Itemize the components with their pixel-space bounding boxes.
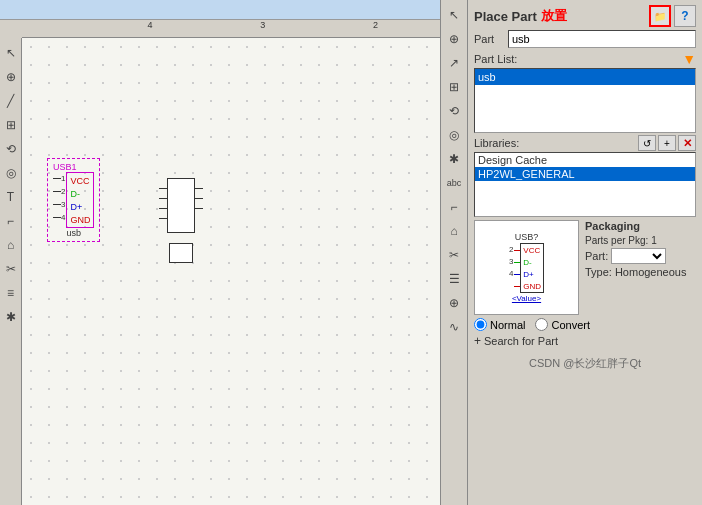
toolbar-bus-icon[interactable]: ⊞ <box>0 114 22 136</box>
preview-usb-name: USB? <box>515 232 539 242</box>
mid-zoom-icon[interactable]: ⊕ <box>443 292 465 314</box>
pin-line-1 <box>53 172 61 185</box>
radio-normal[interactable] <box>474 318 487 331</box>
part-num-select[interactable] <box>611 248 666 264</box>
mid-scissors-icon[interactable]: ✂ <box>443 244 465 266</box>
parts-per-pkg-label: Parts per Pkg: <box>585 235 648 246</box>
part-input[interactable] <box>508 30 696 48</box>
libraries-label: Libraries: <box>474 137 519 149</box>
preview-dm: D- <box>523 256 541 268</box>
ic-component[interactable] <box>167 178 195 233</box>
pin-line-4 <box>53 211 61 224</box>
filter-icon[interactable]: ▼ <box>682 51 696 67</box>
radio-normal-label[interactable]: Normal <box>474 318 525 331</box>
toolbar-corner-icon[interactable]: ⌐ <box>0 210 22 232</box>
usb1-pin-lines-left <box>53 172 61 224</box>
toolbar-wire-icon[interactable]: ╱ <box>0 90 22 112</box>
part-field-row: Part <box>468 30 702 51</box>
preview-pin-nums: 2 3 4 ​ <box>509 243 513 293</box>
toolbar-lines-icon[interactable]: ≡ <box>0 282 22 304</box>
preview-vcc: VCC <box>523 244 541 256</box>
parts-per-pkg-row: Parts per Pkg: 1 <box>585 235 696 246</box>
mid-part-icon[interactable]: ⊕ <box>443 28 465 50</box>
part-num-row: Part: <box>585 248 696 264</box>
part-list-item-usb[interactable]: usb <box>475 69 695 85</box>
ic-pin-right-2 <box>195 198 203 199</box>
add-library-icon[interactable]: 📁 <box>649 5 671 27</box>
part-field-label: Part <box>474 33 504 45</box>
ic-box <box>167 178 195 233</box>
lib-add-icon[interactable]: + <box>658 135 676 151</box>
preview-gnd: GND <box>523 280 541 292</box>
preview-packaging-row: USB? 2 3 4 ​ <box>468 220 702 318</box>
part-list-section: Part List: ▼ usb <box>468 51 702 135</box>
mid-abc-icon[interactable]: abc <box>443 172 465 194</box>
preview-box: USB? 2 3 4 ​ <box>474 220 579 315</box>
left-toolbar: ↖ ⊕ ╱ ⊞ ⟲ ◎ T ⌐ ⌂ ✂ ≡ ✱ <box>0 38 22 505</box>
canvas-area: 4 3 2 ↖ ⊕ ╱ ⊞ ⟲ ◎ T ⌐ ⌂ ✂ ≡ ✱ <box>0 0 440 505</box>
mid-page-icon[interactable]: ☰ <box>443 268 465 290</box>
ic-sub-box <box>169 243 193 263</box>
toolbar-text-icon[interactable]: T <box>0 186 22 208</box>
radio-normal-text: Normal <box>490 319 525 331</box>
toolbar-add-icon[interactable]: ⊕ <box>0 66 22 88</box>
usb1-pins-container: 1 2 3 4 VCC D- D+ GND <box>53 172 94 228</box>
preview-pins-container: 2 3 4 ​ VCC D- <box>509 243 544 293</box>
ic-pin-right-3 <box>195 208 203 209</box>
top-bar <box>0 0 440 20</box>
mid-rotate-icon[interactable]: ⟲ <box>443 100 465 122</box>
lib-item-hp2wl[interactable]: HP2WL_GENERAL <box>475 167 695 181</box>
grid: USB1 <box>22 38 440 505</box>
search-part-row[interactable]: + Search for Part <box>468 334 702 352</box>
usb1-vcc: VCC <box>70 174 90 187</box>
ruler-tick-2: 2 <box>373 20 378 30</box>
part-num-label: Part: <box>585 250 608 262</box>
type-value: Homogeneous <box>615 266 687 278</box>
type-row: Type: Homogeneous <box>585 266 696 278</box>
lib-item-design-cache[interactable]: Design Cache <box>475 153 695 167</box>
mid-home-icon[interactable]: ⌂ <box>443 220 465 242</box>
radio-convert-label[interactable]: Convert <box>535 318 590 331</box>
mid-corner-icon[interactable]: ⌐ <box>443 196 465 218</box>
canvas-content: USB1 <box>22 38 440 505</box>
mid-bus-icon[interactable]: ⊞ <box>443 76 465 98</box>
lib-refresh-icon[interactable]: ↺ <box>638 135 656 151</box>
toolbar-star-icon[interactable]: ✱ <box>0 306 22 328</box>
part-list-label: Part List: <box>474 53 517 65</box>
main-container: 4 3 2 ↖ ⊕ ╱ ⊞ ⟲ ◎ T ⌐ ⌂ ✂ ≡ ✱ <box>0 0 702 505</box>
usb1-name-bottom: usb <box>53 228 94 238</box>
title-icons: 📁 ? <box>649 5 696 27</box>
panel-title-row: Place Part 放置 📁 ? <box>468 0 702 30</box>
type-label: Type: <box>585 266 612 278</box>
ic-pin-left-4 <box>159 218 167 219</box>
pin-line-2 <box>53 185 61 198</box>
usb1-body: VCC D- D+ GND <box>66 172 94 228</box>
search-expand-icon: + <box>474 334 481 348</box>
ic-pin-right-1 <box>195 188 203 189</box>
mid-wave-icon[interactable]: ∿ <box>443 316 465 338</box>
radio-section: Normal Convert <box>468 318 702 334</box>
part-list-header: Part List: ▼ <box>474 51 696 67</box>
mid-circle-icon[interactable]: ◎ <box>443 124 465 146</box>
radio-convert-text: Convert <box>551 319 590 331</box>
mid-arrow-icon[interactable]: ↖ <box>443 4 465 26</box>
usb1-component[interactable]: USB1 <box>47 158 100 242</box>
mid-wire-icon[interactable]: ↗ <box>443 52 465 74</box>
toolbar-arrow-icon[interactable]: ↖ <box>0 42 22 64</box>
lib-controls: ↺ + ✕ <box>638 135 696 151</box>
toolbar-scissors-icon[interactable]: ✂ <box>0 258 22 280</box>
toolbar-home-icon[interactable]: ⌂ <box>0 234 22 256</box>
radio-convert[interactable] <box>535 318 548 331</box>
toolbar-rotate-icon[interactable]: ⟲ <box>0 138 22 160</box>
libraries-header: Libraries: ↺ + ✕ <box>474 135 696 151</box>
lib-remove-icon[interactable]: ✕ <box>678 135 696 151</box>
value-label[interactable]: <Value> <box>512 294 541 303</box>
toolbar-circle-icon[interactable]: ◎ <box>0 162 22 184</box>
mid-toolbar: ↖ ⊕ ↗ ⊞ ⟲ ◎ ✱ abc ⌐ ⌂ ✂ ☰ ⊕ ∿ <box>440 0 468 505</box>
mid-cross-icon[interactable]: ✱ <box>443 148 465 170</box>
usb1-dp: D+ <box>70 200 90 213</box>
panel-title-cn: 放置 <box>541 7 567 25</box>
ic-pin-left-2 <box>159 198 167 199</box>
help-icon[interactable]: ? <box>674 5 696 27</box>
parts-per-pkg-value: 1 <box>651 235 657 246</box>
